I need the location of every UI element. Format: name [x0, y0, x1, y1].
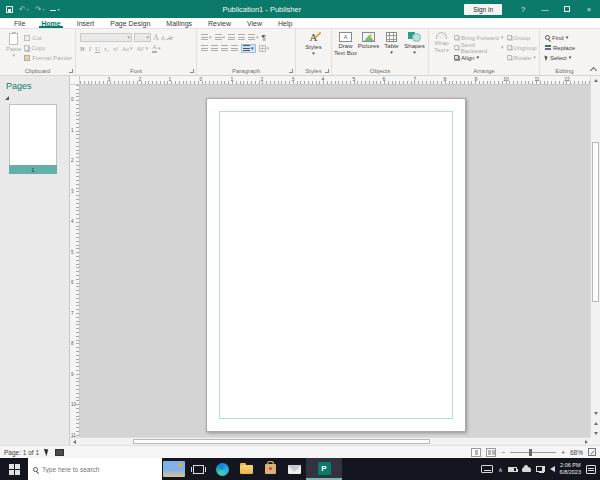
horizontal-scrollbar[interactable] — [70, 437, 590, 445]
horizontal-ruler[interactable]: 3210123456789101112 — [80, 76, 590, 85]
speaker-icon[interactable] — [550, 466, 555, 472]
align-button[interactable]: Align▾ — [454, 53, 504, 62]
search-input[interactable] — [42, 466, 152, 473]
draw-text-box-button[interactable]: A Draw Text Box — [334, 32, 357, 56]
scroll-down-button[interactable] — [592, 409, 600, 417]
two-page-view-button[interactable] — [486, 448, 496, 457]
action-center-icon[interactable] — [586, 465, 596, 474]
bullets-button[interactable]: ▾ — [201, 34, 212, 41]
news-weather-widget[interactable] — [162, 458, 186, 480]
grow-font-button[interactable]: A — [153, 33, 159, 42]
replace-button[interactable]: Replace — [545, 43, 589, 52]
next-page-button[interactable] — [592, 429, 600, 437]
scroll-up-button[interactable] — [592, 76, 600, 84]
font-size-select[interactable]: ▾ — [134, 33, 151, 42]
qat-customize-button[interactable]: ▾ — [50, 7, 59, 12]
group-button[interactable]: Group — [507, 33, 539, 42]
styles-dialog-launcher-icon[interactable] — [325, 69, 329, 73]
tab-view[interactable]: View — [239, 18, 270, 28]
page-indicator[interactable]: Page: 1 of 1 — [4, 449, 39, 456]
wrap-text-button[interactable]: Wrap Text▾ — [432, 32, 451, 62]
font-dialog-launcher-icon[interactable] — [190, 69, 194, 73]
zoom-in-button[interactable]: + — [561, 449, 565, 456]
paste-button[interactable]: Paste ▾ — [3, 32, 24, 62]
align-right-button[interactable] — [221, 45, 228, 52]
horizontal-scrollbar-thumb[interactable] — [133, 439, 430, 444]
decrease-indent-button[interactable] — [228, 34, 235, 41]
align-left-button[interactable] — [201, 45, 208, 52]
ungroup-button[interactable]: Ungroup — [507, 43, 539, 52]
workspace[interactable] — [80, 85, 590, 437]
format-painter-button[interactable]: Format Painter — [24, 53, 72, 62]
copy-button[interactable]: Copy — [24, 43, 72, 52]
borders-button[interactable]: ▾ — [259, 45, 270, 52]
vertical-scrollbar-thumb[interactable] — [592, 142, 599, 302]
character-spacing-button[interactable]: AV — [137, 46, 145, 52]
page-thumbnail[interactable]: 1 — [9, 104, 57, 174]
tab-insert[interactable]: Insert — [69, 18, 103, 28]
zoom-level[interactable]: 68% — [570, 449, 583, 456]
taskbar-clock[interactable]: 2:06 PM 6/8/2023 — [560, 462, 581, 476]
zoom-out-button[interactable]: − — [501, 449, 505, 456]
previous-page-button[interactable] — [592, 419, 600, 427]
shrink-font-button[interactable]: A — [161, 35, 165, 41]
single-page-view-button[interactable] — [471, 448, 481, 457]
touch-keyboard-icon[interactable] — [481, 465, 493, 473]
save-button[interactable] — [6, 6, 13, 13]
clear-formatting-button[interactable]: A — [167, 34, 172, 42]
publication-page[interactable] — [206, 98, 466, 432]
minimize-button[interactable]: — — [534, 0, 556, 18]
start-button[interactable] — [0, 458, 28, 480]
zoom-slider[interactable] — [510, 452, 556, 453]
redo-button[interactable]: ↷▾ — [35, 5, 45, 14]
columns-button[interactable]: ▾ — [248, 34, 259, 41]
bold-button[interactable]: B — [80, 45, 85, 53]
close-button[interactable]: × — [578, 0, 600, 18]
maximize-button[interactable] — [556, 0, 578, 18]
collapse-ribbon-button[interactable] — [591, 66, 596, 71]
zoom-slider-thumb[interactable] — [529, 449, 532, 456]
increase-indent-button[interactable] — [238, 34, 245, 41]
tab-file[interactable]: File — [6, 18, 33, 28]
styles-button[interactable]: A Styles ▾ — [296, 29, 331, 56]
hidden-icons-chevron[interactable]: ∧ — [498, 466, 502, 473]
file-explorer-button[interactable] — [234, 458, 258, 480]
taskbar-search[interactable] — [28, 458, 162, 480]
fit-page-button[interactable] — [588, 448, 596, 456]
rotate-button[interactable]: Rotate▾ — [507, 53, 539, 62]
sign-in-button[interactable]: Sign in — [464, 4, 502, 15]
vertical-ruler[interactable]: 01234567891011 — [70, 85, 80, 437]
tab-mailings[interactable]: Mailings — [158, 18, 200, 28]
find-button[interactable]: Find▾ — [545, 33, 589, 42]
font-name-select[interactable]: ▾ — [80, 33, 132, 42]
undo-button[interactable]: ↶▾ — [19, 5, 29, 14]
change-case-button[interactable]: Aa — [122, 46, 129, 52]
tab-home[interactable]: Home — [33, 18, 68, 28]
special-characters-button[interactable]: ¶ — [262, 33, 266, 42]
numbering-button[interactable]: ▾ — [215, 34, 226, 41]
select-button[interactable]: Select▾ — [545, 53, 589, 62]
pictures-button[interactable]: Pictures — [357, 32, 380, 56]
italic-button[interactable]: I — [89, 45, 91, 53]
tab-page-design[interactable]: Page Design — [102, 18, 158, 28]
subscript-button[interactable]: x₂ — [104, 46, 109, 52]
store-button[interactable] — [258, 458, 282, 480]
publisher-taskbar-button[interactable]: P — [306, 458, 342, 480]
shapes-button[interactable]: Shapes ▾ — [403, 32, 426, 56]
justify-button[interactable] — [231, 45, 238, 52]
tab-help[interactable]: Help — [270, 18, 300, 28]
task-view-button[interactable] — [186, 458, 210, 480]
table-button[interactable]: Table ▾ — [380, 32, 403, 56]
mail-button[interactable] — [282, 458, 306, 480]
onedrive-icon[interactable] — [522, 467, 531, 472]
align-center-button[interactable] — [211, 45, 218, 52]
tab-review[interactable]: Review — [200, 18, 239, 28]
battery-icon[interactable] — [508, 467, 517, 472]
pages-collapse-icon[interactable] — [5, 96, 9, 100]
font-color-button[interactable]: A — [152, 44, 157, 53]
clipboard-dialog-launcher-icon[interactable] — [69, 69, 73, 73]
send-backward-button[interactable]: Send Backward▾ — [454, 43, 504, 52]
underline-button[interactable]: U — [95, 45, 100, 53]
cut-button[interactable]: Cut — [24, 33, 72, 42]
paragraph-dialog-launcher-icon[interactable] — [289, 69, 293, 73]
